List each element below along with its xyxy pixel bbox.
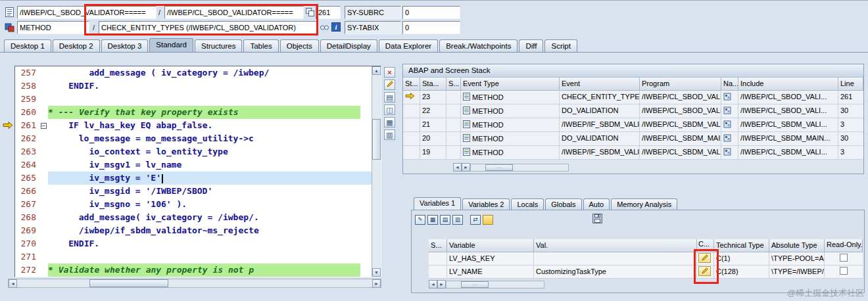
code-line[interactable]: 262lo_message = mo_message_utility->c: [15, 132, 372, 145]
variables-column-header[interactable]: Technical Type: [714, 239, 769, 252]
tab-tables[interactable]: Tables: [243, 39, 278, 53]
code-line[interactable]: 268add_message( iv_category = /iwbep/.: [15, 211, 372, 224]
selection-cell[interactable]: [429, 266, 447, 279]
variables-scroll-left-button[interactable]: ◄: [429, 280, 437, 289]
variable-row[interactable]: LV_HAS_KEYC(1)\TYPE-POOL=ABA...: [429, 252, 863, 266]
tab-variables-2[interactable]: Variables 2: [462, 198, 510, 210]
delete-row-icon[interactable]: ▤: [440, 215, 450, 225]
tab-variables-1[interactable]: Variables 1: [414, 197, 461, 210]
code-line[interactable]: 264iv_msgv1 = lv_name: [15, 158, 372, 172]
code-line[interactable]: 272* Validate whether any property is no…: [15, 264, 372, 277]
navigate-icon[interactable]: [723, 106, 731, 116]
variables-scroll-right-button[interactable]: ►: [437, 280, 446, 289]
close-icon[interactable]: ×: [384, 67, 395, 78]
tab-break-watchpoints[interactable]: Break./Watchpoints: [439, 39, 518, 53]
vertical-scroll-thumb[interactable]: [372, 119, 381, 160]
include-field[interactable]: /IWBEP/CL_SBOD_VALIDATOR=====: [164, 6, 304, 19]
change-value-pencil-icon[interactable]: [698, 266, 711, 276]
stack-scroll-left-button[interactable]: ◄: [453, 163, 462, 172]
navigate-icon[interactable]: [723, 148, 731, 157]
code-line[interactable]: 270ENDIF.: [15, 237, 372, 250]
navigate-icon[interactable]: [723, 93, 731, 102]
code-line[interactable]: 263io_context = lo_entity_type: [15, 145, 372, 158]
variables-column-header[interactable]: Read-Only...: [825, 239, 863, 252]
tab-detaildisplay[interactable]: DetailDisplay: [320, 39, 377, 53]
abap-code-editor[interactable]: 257add_message ( iv_category = /iwbep/25…: [14, 66, 381, 277]
scroll-left-button[interactable]: ◄: [9, 279, 17, 288]
navigate-icon[interactable]: [723, 120, 731, 129]
tab-objects[interactable]: Objects: [280, 39, 319, 53]
tab-memory-analysis[interactable]: Memory Analysis: [611, 198, 677, 210]
stack-horizontal-scrollbar[interactable]: ◄ ► ⋯: [453, 163, 569, 172]
insert-row-icon[interactable]: ▦: [427, 215, 438, 225]
stack-column-header[interactable]: S...: [446, 78, 461, 91]
scroll-down-button[interactable]: ▼: [372, 268, 381, 277]
tab-desktop-2[interactable]: Desktop 2: [53, 39, 100, 53]
stack-column-header[interactable]: Include: [738, 78, 838, 91]
variables-column-header[interactable]: S...: [429, 239, 447, 252]
variables-horizontal-scrollbar[interactable]: ◄ ► ⋯: [429, 280, 544, 289]
tab-globals[interactable]: Globals: [545, 198, 581, 210]
stack-row[interactable]: 19METHOD/IWBEP/IF_SBDM_VALID.../IWBEP/CL…: [403, 146, 863, 160]
variables-scroll-track[interactable]: ⋯: [446, 281, 544, 289]
variable-value-cell[interactable]: CustomizingTaskType: [534, 266, 697, 279]
stack-scroll-right-button[interactable]: ►: [462, 163, 470, 172]
info-button[interactable]: i: [331, 22, 341, 32]
code-line[interactable]: 259: [15, 93, 372, 106]
code-line[interactable]: 269/iwbep/if_sbdm_validator~ms_rejecte: [15, 224, 372, 237]
code-line[interactable]: 261−IF lv_has_key EQ abap_false.: [15, 119, 372, 132]
code-line[interactable]: 265iv_msgty = 'E': [15, 172, 372, 185]
stack-row[interactable]: 22METHODDO_VALIDATION/IWBEP/CL_SBOD_VALI…: [403, 104, 863, 118]
main-program-field[interactable]: /IWBEP/CL_SBOD_VALIDATOR=====: [17, 6, 157, 19]
code-line[interactable]: 260* --- Verify that key property exists: [15, 106, 372, 119]
expand-icon[interactable]: [306, 8, 316, 18]
pencil-icon[interactable]: [384, 80, 395, 90]
stack-column-header[interactable]: St...: [403, 78, 420, 91]
stack-column-header[interactable]: Event Type: [461, 78, 560, 91]
tab-standard[interactable]: Standard: [149, 38, 193, 53]
folder-icon[interactable]: [483, 215, 493, 225]
stack-row[interactable]: 20METHODDO_VALIDATION/IWBEP/CL_SBDM_MAIN…: [403, 132, 863, 146]
selection-cell[interactable]: [429, 252, 447, 266]
tab-locals[interactable]: Locals: [511, 198, 544, 210]
stack-column-header[interactable]: Event: [560, 78, 640, 91]
change-value-pencil-icon[interactable]: [698, 253, 711, 263]
tab-script[interactable]: Script: [544, 39, 577, 53]
tab-auto[interactable]: Auto: [583, 198, 610, 210]
tab-desktop-1[interactable]: Desktop 1: [4, 39, 51, 53]
variable-row[interactable]: LV_NAMECustomizingTaskTypeC(128)\TYPE=/I…: [429, 266, 863, 279]
variables-scroll-thumb[interactable]: ⋯: [461, 281, 489, 288]
stack-column-header[interactable]: Na...: [721, 78, 738, 91]
editor-vertical-scrollbar[interactable]: ▲ ▼: [372, 66, 381, 277]
split-horizontal-icon[interactable]: ▤: [384, 92, 395, 103]
editor-horizontal-scrollbar[interactable]: ◄ ►: [8, 279, 381, 288]
split-vertical-icon[interactable]: ◫: [384, 104, 395, 115]
fold-toggle-icon[interactable]: −: [39, 119, 48, 132]
scroll-right-button[interactable]: ►: [372, 279, 381, 288]
tab-desktop-3[interactable]: Desktop 3: [101, 39, 149, 53]
stack-scroll-thumb[interactable]: ⋯: [485, 164, 513, 171]
code-line[interactable]: 257add_message ( iv_category = /iwbep/: [15, 66, 372, 80]
scroll-up-button[interactable]: ▲: [372, 66, 381, 75]
code-line[interactable]: 266iv_msgid = '/IWBEP/SBOD': [15, 185, 372, 198]
services-icon[interactable]: ▥: [384, 129, 395, 140]
change-field-content-icon[interactable]: ✎: [415, 215, 425, 225]
variables-column-header[interactable]: C...: [697, 239, 714, 252]
compare-icon[interactable]: ⇄: [470, 215, 481, 225]
variable-value-cell[interactable]: [534, 252, 697, 266]
stack-column-header[interactable]: Sta...: [420, 78, 446, 91]
stack-column-header[interactable]: Line: [838, 78, 863, 91]
tab-data-explorer[interactable]: Data Explorer: [379, 39, 438, 53]
stack-row[interactable]: 23METHODCHECK_ENTITY_TYPES/IWBEP/CL_SBOD…: [403, 91, 863, 104]
grid-icon[interactable]: ▦: [384, 117, 395, 127]
stack-column-header[interactable]: Program: [640, 78, 721, 91]
read-only-checkbox[interactable]: [840, 254, 848, 262]
save-icon[interactable]: [592, 214, 602, 225]
tab-structures[interactable]: Structures: [195, 39, 242, 53]
code-line[interactable]: 271: [15, 250, 372, 264]
append-row-icon[interactable]: ▥: [452, 215, 463, 225]
variables-column-header[interactable]: Val.: [534, 239, 697, 252]
event-detail-field[interactable]: CHECK_ENTITY_TYPES (/IWBEP/CL_SBOD_VALID…: [99, 21, 317, 34]
line-number-field[interactable]: 261: [316, 6, 341, 19]
code-line[interactable]: 267iv_msgno = '106' ).: [15, 198, 372, 211]
